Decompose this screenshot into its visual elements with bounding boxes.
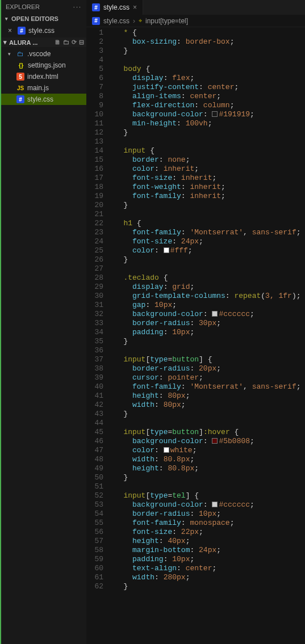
breadcrumb[interactable]: # style.css › ⌖ input[type=tel] — [86, 15, 305, 27]
chevron-right-icon: › — [133, 17, 135, 25]
selector-icon: ⌖ — [139, 17, 142, 24]
new-file-icon[interactable]: 🗎 — [55, 39, 61, 46]
tree-label: index.html — [27, 73, 59, 81]
chevron-down-icon: ▾ — [3, 16, 9, 22]
tree-file-main[interactable]: JS main.js — [1, 82, 86, 94]
css-file-icon: # — [18, 27, 26, 35]
tree-file-settings[interactable]: {} settings.json — [1, 60, 86, 71]
open-editors-section[interactable]: ▾ OPEN EDITORS — [1, 14, 86, 24]
open-editor-item[interactable]: × # style.css — [1, 25, 86, 36]
explorer-title: EXPLORER — [6, 3, 40, 10]
line-gutter: 1234567891011121314151617181920212223242… — [86, 27, 110, 644]
code-lines[interactable]: * { box-sizing: border-box; } body { dis… — [110, 27, 305, 644]
css-file-icon: # — [92, 3, 100, 11]
tab-style-css[interactable]: # style.css × — [86, 0, 143, 15]
css-file-icon: # — [16, 95, 24, 103]
explorer-more-icon[interactable]: ··· — [73, 3, 82, 10]
tree-label: style.css — [27, 95, 53, 103]
folder-icon: 🗀 — [16, 50, 24, 58]
tree-folder-vscode[interactable]: ▾ 🗀 .vscode — [1, 48, 86, 60]
open-editors-list: × # style.css — [1, 24, 86, 37]
new-folder-icon[interactable]: 🗀 — [63, 39, 69, 46]
json-file-icon: {} — [17, 61, 25, 69]
tree-file-style[interactable]: # style.css — [1, 94, 86, 105]
tree-label: .vscode — [27, 50, 51, 58]
tree-label: main.js — [27, 84, 49, 92]
breadcrumb-file: style.css — [103, 17, 129, 25]
css-file-icon: # — [92, 17, 100, 25]
tree-file-index[interactable]: 5 index.html — [1, 71, 86, 82]
js-file-icon: JS — [16, 84, 24, 92]
open-editors-title: OPEN EDITORS — [11, 15, 59, 22]
close-icon[interactable]: × — [133, 3, 137, 11]
tree-label: settings.json — [28, 61, 66, 69]
code-editor[interactable]: 1234567891011121314151617181920212223242… — [86, 27, 305, 644]
chevron-down-icon: ▾ — [3, 39, 7, 46]
folder-actions: 🗎 🗀 ⟳ ⊟ — [55, 39, 84, 46]
file-tree: ▾ 🗀 .vscode {} settings.json 5 index.htm… — [1, 47, 86, 106]
explorer-sidebar: EXPLORER ··· ▾ OPEN EDITORS × # style.cs… — [1, 0, 86, 644]
chevron-down-icon: ▾ — [8, 51, 14, 57]
close-icon[interactable]: × — [8, 27, 15, 35]
workspace-folder-header[interactable]: ▾ ALURA ... 🗎 🗀 ⟳ ⊟ — [1, 37, 86, 47]
tab-label: style.css — [103, 3, 129, 11]
open-editor-label: style.css — [28, 27, 55, 35]
workspace-folder-name: ALURA ... — [9, 39, 37, 46]
tab-bar: # style.css × — [86, 0, 305, 15]
collapse-icon[interactable]: ⊟ — [79, 39, 84, 46]
html-file-icon: 5 — [16, 73, 24, 81]
refresh-icon[interactable]: ⟳ — [72, 39, 77, 46]
editor-area: # style.css × # style.css › ⌖ input[type… — [86, 0, 305, 644]
breadcrumb-symbol: input[type=tel] — [145, 17, 188, 25]
explorer-header: EXPLORER ··· — [1, 0, 86, 14]
